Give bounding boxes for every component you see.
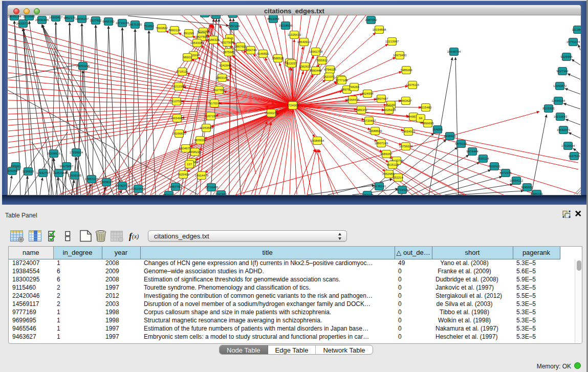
svg-text:12975115: 12975115 <box>406 83 420 86</box>
svg-text:17359924: 17359924 <box>70 151 83 154</box>
svg-text:9457791: 9457791 <box>169 185 182 188</box>
svg-text:17016504: 17016504 <box>561 144 575 147</box>
svg-text:1733426: 1733426 <box>396 188 408 191</box>
svg-text:9115460: 9115460 <box>420 106 432 109</box>
svg-text:10973493: 10973493 <box>393 54 407 57</box>
svg-text:2935114: 2935114 <box>477 157 490 160</box>
svg-text:9862177: 9862177 <box>63 16 76 19</box>
svg-text:12213967: 12213967 <box>385 40 399 43</box>
svg-text:18640910: 18640910 <box>297 40 311 43</box>
svg-text:10958117: 10958117 <box>100 181 114 184</box>
svg-text:917004: 917004 <box>209 102 220 105</box>
svg-text:939159: 939159 <box>8 169 18 172</box>
svg-text:9463627: 9463627 <box>400 99 412 102</box>
svg-text:891295: 891295 <box>184 32 194 35</box>
svg-text:16671355: 16671355 <box>128 23 142 26</box>
svg-text:1167533: 1167533 <box>569 155 581 158</box>
svg-text:1156829: 1156829 <box>23 170 35 173</box>
svg-text:16303417: 16303417 <box>49 16 63 19</box>
svg-text:2097851: 2097851 <box>215 193 227 195</box>
svg-text:9777169: 9777169 <box>336 79 348 82</box>
svg-text:20691406: 20691406 <box>35 18 49 21</box>
svg-text:15692971: 15692971 <box>557 128 571 132</box>
svg-text:6466160: 6466160 <box>102 20 115 23</box>
svg-text:7986372: 7986372 <box>355 108 367 112</box>
svg-text:9327503: 9327503 <box>221 41 233 44</box>
svg-text:1362615: 1362615 <box>299 65 311 68</box>
svg-text:10688609: 10688609 <box>368 129 382 133</box>
svg-text:8990448: 8990448 <box>310 69 322 72</box>
svg-text:12923448: 12923448 <box>132 187 145 190</box>
svg-text:1145194: 1145194 <box>53 171 66 174</box>
svg-text:2718126: 2718126 <box>176 70 188 73</box>
svg-text:98901: 98901 <box>183 56 192 59</box>
svg-text:99975867: 99975867 <box>60 165 74 168</box>
svg-text:2087682: 2087682 <box>365 18 377 21</box>
svg-text:9384729: 9384729 <box>531 192 543 195</box>
svg-text:16782759: 16782759 <box>116 184 129 187</box>
svg-text:1112842: 1112842 <box>572 28 581 31</box>
svg-text:9084067: 9084067 <box>380 152 393 156</box>
svg-text:12444194: 12444194 <box>552 99 565 102</box>
svg-text:751552: 751552 <box>144 25 155 28</box>
svg-text:9242848: 9242848 <box>219 64 231 67</box>
svg-text:16961758: 16961758 <box>309 50 323 53</box>
svg-text:9827503: 9827503 <box>195 35 208 38</box>
svg-text:17857225: 17857225 <box>85 178 99 181</box>
svg-text:8660124: 8660124 <box>168 29 181 32</box>
svg-text:14136141: 14136141 <box>373 185 386 188</box>
svg-text:164095: 164095 <box>432 128 443 131</box>
svg-text:19218506: 19218506 <box>279 24 293 27</box>
svg-text:18935194: 18935194 <box>8 15 21 18</box>
svg-text:6794028: 6794028 <box>324 68 336 71</box>
svg-text:8813054: 8813054 <box>267 17 279 20</box>
svg-text:11353584: 11353584 <box>200 126 213 129</box>
svg-text:9146821: 9146821 <box>257 52 269 55</box>
svg-text:20053346: 20053346 <box>76 64 90 68</box>
svg-text:10756928: 10756928 <box>399 145 413 148</box>
svg-text:15300273: 15300273 <box>265 112 278 115</box>
svg-text:1615112: 1615112 <box>387 163 399 166</box>
svg-text:7625402: 7625402 <box>177 173 189 176</box>
svg-text:137: 137 <box>187 163 192 166</box>
svg-text:7357224: 7357224 <box>228 25 240 28</box>
svg-text:19654923: 19654923 <box>402 130 416 133</box>
svg-text:8454749: 8454749 <box>245 49 257 52</box>
svg-text:10654112: 10654112 <box>510 179 524 182</box>
svg-text:3624554: 3624554 <box>361 92 374 95</box>
svg-text:3875685: 3875685 <box>223 51 235 54</box>
svg-text:10154808: 10154808 <box>373 28 386 31</box>
svg-text:20364436: 20364436 <box>346 98 360 101</box>
svg-text:8427552: 8427552 <box>213 89 225 92</box>
svg-text:15716485: 15716485 <box>205 186 219 189</box>
svg-text:20206516: 20206516 <box>47 152 61 155</box>
svg-text:10025438: 10025438 <box>382 108 396 112</box>
svg-text:19654985: 19654985 <box>170 117 184 120</box>
svg-text:6879197: 6879197 <box>455 142 467 145</box>
svg-text:3498222: 3498222 <box>189 150 201 154</box>
svg-text:10807487: 10807487 <box>375 97 388 100</box>
svg-text:7955812: 7955812 <box>316 59 328 62</box>
svg-text:16543382: 16543382 <box>190 41 204 45</box>
svg-text:9227342: 9227342 <box>556 70 569 73</box>
svg-text:16033809: 16033809 <box>209 15 223 16</box>
svg-text:7663822: 7663822 <box>156 27 168 30</box>
svg-text:9899695: 9899695 <box>422 122 434 125</box>
svg-text:24055724: 24055724 <box>16 22 30 25</box>
svg-text:(x): (x) <box>132 233 139 240</box>
svg-text:64: 64 <box>419 117 423 120</box>
svg-text:8471676: 8471676 <box>499 171 512 174</box>
svg-text:252214: 252214 <box>393 176 404 179</box>
svg-text:1527602: 1527602 <box>90 19 102 22</box>
svg-text:9474444: 9474444 <box>466 150 478 153</box>
svg-text:3267150: 3267150 <box>205 115 217 118</box>
svg-text:1724007: 1724007 <box>287 104 299 107</box>
svg-text:12942757: 12942757 <box>36 171 50 174</box>
svg-text:8215955: 8215955 <box>542 107 555 110</box>
svg-text:12213389: 12213389 <box>172 85 186 88</box>
svg-text:11325419: 11325419 <box>288 33 301 36</box>
svg-text:10655267: 10655267 <box>75 17 89 20</box>
svg-text:2803144: 2803144 <box>216 76 228 79</box>
svg-text:16210643: 16210643 <box>554 115 568 118</box>
svg-text:9245652: 9245652 <box>521 186 533 189</box>
